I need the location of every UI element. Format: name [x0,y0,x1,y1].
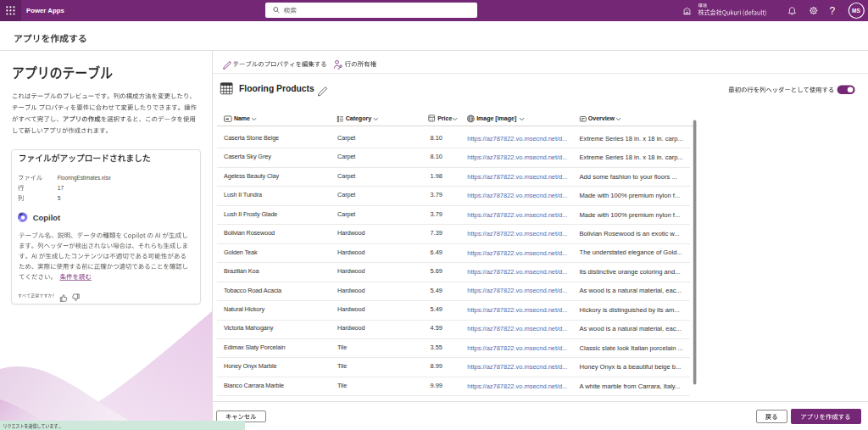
svg-text:MS: MS [852,8,860,14]
svg-text:?: ? [830,5,836,17]
